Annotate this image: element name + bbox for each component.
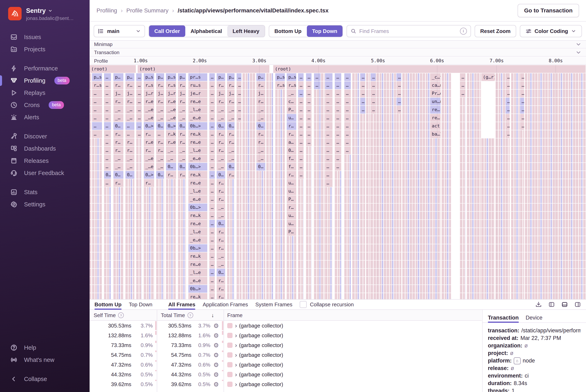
tab-top-down[interactable]: Top Down — [129, 300, 153, 309]
expand-chevron-icon[interactable]: › — [235, 361, 237, 368]
chevron-down-icon[interactable] — [575, 41, 581, 48]
flame-frame[interactable]: … — [396, 73, 401, 81]
breadcrumb-item[interactable]: Profiling — [97, 7, 117, 14]
tab-bottom-up[interactable]: Bottom Up — [95, 300, 122, 309]
flame-frame[interactable]: r…k — [166, 130, 176, 138]
flame-frame[interactable]: _… — [166, 155, 176, 162]
collapse-recursion-checkbox[interactable]: Collapse recursion — [300, 301, 354, 308]
flame-frame[interactable]: r…e — [144, 98, 154, 106]
flame-frame[interactable]: _… — [217, 212, 225, 220]
flame-frame[interactable]: … — [104, 179, 111, 187]
tab-application-frames[interactable]: Application Frames — [203, 300, 248, 309]
flame-frame[interactable]: … — [92, 98, 102, 106]
flame-frame[interactable]: … — [92, 114, 102, 122]
flame-frame[interactable]: _… — [217, 114, 225, 122]
transaction-section-header[interactable]: Transaction — [90, 49, 586, 56]
flame-frame[interactable]: … — [325, 155, 332, 162]
flame-frame[interactable]: u… — [287, 187, 296, 195]
flame-frame[interactable]: … — [298, 98, 304, 106]
expand-chevron-icon[interactable]: › — [235, 332, 237, 339]
flame-frame[interactable]: r… — [144, 146, 154, 154]
flame-frame[interactable]: … — [325, 98, 332, 106]
gear-icon[interactable]: ⚙ — [213, 340, 219, 350]
flame-frame[interactable]: r… — [125, 146, 134, 154]
flame-frame[interactable]: … — [298, 138, 304, 146]
flame-frame[interactable]: r… — [144, 179, 154, 187]
flame-frame[interactable]: _e…e — [188, 236, 207, 244]
flame-frame[interactable]: … — [209, 260, 215, 268]
flame-frame[interactable]: _… — [256, 114, 265, 122]
flame-frame[interactable]: p… — [217, 73, 225, 81]
details-tab-transaction[interactable]: Transaction — [488, 313, 519, 322]
expand-chevron-icon[interactable]: › — [235, 322, 237, 329]
flame-frame[interactable]: … — [306, 138, 312, 146]
flame-frame[interactable]: 0…> — [144, 122, 154, 130]
flame-frame[interactable]: … — [298, 73, 304, 81]
go-to-transaction-button[interactable]: Go to Transaction — [517, 4, 579, 17]
flame-frame[interactable]: _… — [156, 114, 164, 122]
flame-frame[interactable]: … — [344, 106, 351, 114]
gear-icon[interactable]: ⚙ — [213, 380, 219, 389]
flame-frame[interactable]: r… — [227, 130, 235, 138]
expand-chevron-icon[interactable]: › — [235, 381, 237, 388]
info-icon[interactable]: i — [460, 28, 467, 34]
flame-frame[interactable]: j… — [227, 90, 235, 97]
panel-left-icon[interactable] — [548, 301, 555, 308]
flame-frame[interactable]: _l…e — [188, 146, 207, 154]
reset-zoom-button[interactable]: Reset Zoom — [475, 25, 516, 37]
flame-frame[interactable]: … — [209, 252, 215, 260]
flame-frame[interactable]: … — [298, 82, 304, 89]
flame-frame[interactable]: … — [237, 98, 242, 106]
sidebar-item-replays[interactable]: Replays — [0, 87, 90, 99]
flame-frame[interactable]: r… — [217, 228, 225, 236]
flame-frame[interactable]: … — [306, 98, 312, 106]
minimap-section-header[interactable]: Minimap — [90, 41, 586, 48]
flame-frame[interactable]: … — [136, 98, 142, 106]
flame-frame[interactable]: … — [505, 130, 510, 138]
flame-frame[interactable]: … — [344, 82, 351, 89]
flame-frame[interactable]: r… — [178, 138, 186, 146]
flame-frame[interactable]: _…e — [166, 114, 176, 122]
flame-frame[interactable]: re…e — [188, 220, 207, 228]
sidebar-item-help[interactable]: Help — [0, 342, 90, 354]
flame-frame[interactable]: … — [298, 146, 304, 154]
tab-all-frames[interactable]: All Frames — [168, 300, 195, 309]
flame-frame[interactable]: r… — [287, 122, 296, 130]
flame-frame[interactable]: … — [104, 106, 111, 114]
flame-frame[interactable]: … — [505, 90, 510, 97]
sidebar-item-issues[interactable]: Issues — [0, 31, 90, 43]
flame-frame[interactable]: p…s — [287, 73, 296, 81]
flame-frame[interactable]: … — [520, 122, 524, 130]
flame-frame[interactable]: r… — [144, 130, 154, 138]
sidebar-item-releases[interactable]: Releases — [0, 155, 90, 167]
flame-frame[interactable]: … — [325, 138, 332, 146]
flame-frame[interactable]: 0… — [178, 163, 186, 170]
flame-frame[interactable]: … — [209, 82, 215, 89]
flame-frame[interactable]: … — [209, 187, 215, 195]
flame-frame[interactable]: r… — [217, 277, 225, 284]
expand-chevron-icon[interactable]: › — [235, 371, 237, 378]
sidebar-item-settings[interactable]: Settings — [0, 198, 90, 210]
flame-frame[interactable]: … — [360, 73, 365, 81]
flame-frame[interactable]: … — [314, 82, 320, 89]
breadcrumb-item[interactable]: Profile Summary — [127, 7, 169, 14]
flame-frame[interactable]: r… — [113, 98, 123, 106]
segment-top-down[interactable]: Top Down — [307, 26, 343, 37]
flame-frame[interactable]: … — [360, 98, 365, 106]
flame-frame[interactable]: … — [520, 82, 524, 89]
sidebar-item-user-feedback[interactable]: User Feedback — [0, 167, 90, 179]
flame-frame[interactable]: _… — [156, 163, 164, 170]
flame-frame[interactable]: P… — [287, 228, 296, 236]
flame-frame[interactable]: _… — [113, 163, 123, 170]
flame-frame[interactable]: j…r — [166, 90, 176, 97]
flame-frame[interactable]: … — [104, 73, 111, 81]
segment-left-heavy[interactable]: Left Heavy — [227, 26, 265, 37]
flame-frame[interactable]: … — [104, 163, 111, 170]
flame-frame[interactable]: … — [460, 90, 465, 97]
flame-frame[interactable]: u… — [287, 114, 296, 122]
sidebar-item-alerts[interactable]: Alerts — [0, 111, 90, 123]
flame-frame[interactable]: … — [360, 90, 365, 97]
flame-frame[interactable]: … — [237, 106, 242, 114]
flame-frame[interactable]: _l…e — [188, 106, 207, 114]
flame-frame[interactable]: r… — [287, 171, 296, 179]
